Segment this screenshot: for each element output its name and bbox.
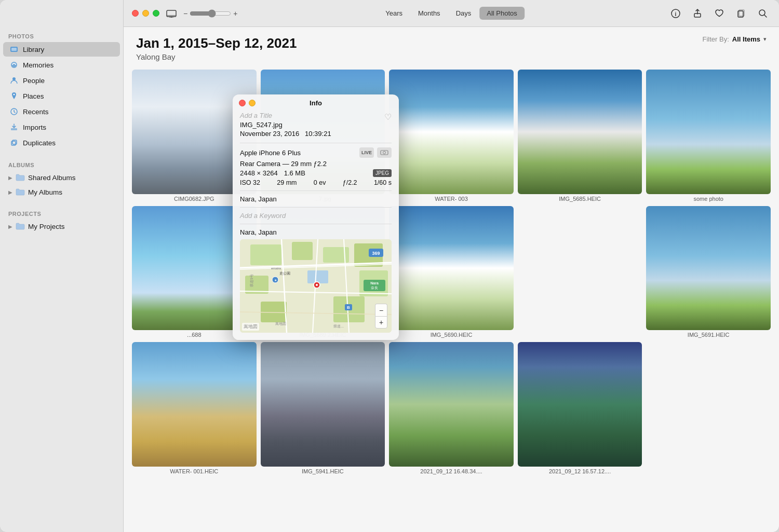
sidebar-item-duplicates[interactable]: Duplicates — [3, 135, 120, 150]
info-dims-row: 2448 × 3264 1.6 MB JPEG — [240, 169, 392, 177]
imports-icon — [9, 122, 19, 132]
tab-all-photos[interactable]: All Photos — [479, 7, 525, 20]
photo-grid: CIMG0682.JPG ...7.jpg WATER- 003 — [124, 66, 779, 532]
photo-image-9 — [646, 206, 771, 331]
sidebar-item-my-albums[interactable]: ▶ My Albums — [3, 185, 120, 199]
filter-value: All Items — [732, 35, 760, 43]
rotate-icon[interactable] — [733, 6, 749, 21]
info-camera-name: Apple iPhone 6 Plus — [240, 149, 301, 157]
close-button[interactable] — [132, 10, 139, 17]
info-aperture: ƒ/2.2 — [343, 179, 357, 186]
info-add-title[interactable]: Add a Title — [240, 112, 392, 119]
shared-albums-chevron: ▶ — [8, 175, 12, 181]
zoom-range-input[interactable] — [190, 9, 231, 18]
maximize-button[interactable] — [153, 10, 159, 17]
photo-thumb-10[interactable] — [132, 342, 257, 467]
sidebar-my-albums-label: My Albums — [28, 188, 62, 196]
photo-cell-3: WATER- 003 — [389, 70, 514, 202]
svg-point-4 — [14, 94, 15, 96]
info-panel-title: Info — [310, 99, 322, 107]
share-icon[interactable] — [690, 6, 705, 21]
map-controls: − + — [375, 304, 387, 329]
info-shutter: 1/60 s — [374, 179, 392, 186]
info-iso: ISO 32 — [240, 179, 260, 186]
photo-thumb-5[interactable] — [646, 70, 771, 194]
filter-bar[interactable]: Filter By: All Items ▾ — [703, 35, 767, 43]
svg-text:i: i — [675, 11, 677, 17]
sidebar-item-imports[interactable]: Imports — [3, 120, 120, 134]
svg-point-47 — [316, 284, 318, 286]
photo-thumb-13[interactable] — [518, 342, 642, 467]
sidebar-item-my-projects[interactable]: ▶ My Projects — [3, 220, 120, 233]
info-icon[interactable]: i — [668, 6, 683, 21]
photo-cell-5: some photo — [646, 70, 771, 202]
photo-thumb-12[interactable] — [389, 342, 514, 467]
my-projects-chevron: ▶ — [8, 224, 12, 229]
info-keyword-field[interactable]: Add a Keyword — [240, 212, 392, 220]
svg-point-2 — [11, 62, 17, 68]
sidebar-item-people[interactable]: People — [3, 73, 120, 88]
sidebar-item-library[interactable]: Library — [3, 42, 120, 57]
minimize-button[interactable] — [142, 10, 149, 17]
photo-image-11 — [261, 342, 385, 467]
svg-text:県道9号: 県道9号 — [250, 274, 253, 287]
zoom-in-icon[interactable]: + — [233, 9, 237, 18]
map-zoom-in-button[interactable]: + — [375, 316, 387, 329]
photo-thumb-3[interactable] — [389, 70, 514, 194]
view-tabs: Years Months Days All Photos — [378, 7, 525, 20]
tab-days[interactable]: Days — [449, 7, 479, 20]
svg-point-18 — [759, 10, 765, 16]
info-divider-1 — [240, 143, 392, 143]
favorite-icon[interactable] — [711, 6, 727, 21]
info-focal-length: 29 mm — [277, 179, 297, 186]
info-heart-icon[interactable]: ♡ — [384, 112, 392, 122]
svg-rect-24 — [292, 242, 313, 260]
sidebar-item-recents-label: Recents — [23, 108, 49, 116]
my-albums-chevron: ▶ — [8, 189, 12, 195]
photo-cell-13: 2021_09_12 16.57.12.... — [518, 342, 642, 474]
zoom-out-icon[interactable]: − — [183, 9, 187, 18]
tab-years[interactable]: Years — [378, 7, 410, 20]
photo-thumb-9[interactable] — [646, 206, 771, 331]
info-datetime: November 23, 2016 10:39:21 — [240, 130, 392, 138]
sidebar-item-recents[interactable]: Recents — [3, 104, 120, 119]
my-albums-folder-icon — [16, 187, 25, 197]
places-icon — [9, 91, 19, 101]
photo-label-5: some photo — [646, 196, 771, 202]
photo-thumb-8[interactable] — [389, 206, 514, 331]
photo-image-3 — [389, 70, 514, 194]
sidebar-item-places[interactable]: Places — [3, 89, 120, 103]
photo-thumb-11[interactable] — [261, 342, 385, 467]
info-panel-minimize[interactable] — [249, 100, 256, 106]
info-lens: Rear Camera — 29 mm ƒ2.2 — [240, 160, 392, 168]
search-icon[interactable] — [755, 6, 771, 21]
info-map: 369 B Nara 奈良 県道9号 — [240, 239, 392, 333]
svg-rect-1 — [11, 48, 17, 51]
slideshow-icon[interactable] — [164, 6, 179, 21]
sidebar-item-places-label: Places — [23, 92, 44, 100]
toolbar: − + Years Months Days All Photos i — [124, 0, 779, 27]
sidebar-item-imports-label: Imports — [23, 124, 46, 131]
date-range: Jan 1, 2015–Sep 12, 2021 — [136, 35, 297, 51]
info-panel-close[interactable] — [239, 100, 246, 106]
svg-rect-31 — [307, 270, 328, 283]
library-icon — [9, 45, 19, 54]
filter-chevron-icon: ▾ — [763, 36, 767, 43]
content-area: Jan 1, 2015–Sep 12, 2021 Yalong Bay Filt… — [124, 27, 779, 532]
tab-months[interactable]: Months — [411, 7, 448, 20]
svg-text:★: ★ — [274, 279, 277, 282]
info-filesize: 1.6 MB — [284, 169, 305, 177]
duplicates-icon — [9, 138, 19, 147]
photo-cell-4: IMG_5685.HEIC — [518, 70, 642, 202]
sidebar-item-memories[interactable]: Memories — [3, 58, 120, 72]
photo-thumb-4[interactable] — [518, 70, 642, 194]
svg-text:県道...: 県道... — [333, 324, 344, 328]
camera-raw-icon — [377, 147, 392, 158]
sidebar-item-shared-albums[interactable]: ▶ Shared Albums — [3, 171, 120, 184]
toolbar-left: − + — [132, 6, 237, 21]
photo-label-9: IMG_5691.HEIC — [646, 332, 771, 338]
map-zoom-out-button[interactable]: − — [375, 304, 387, 316]
svg-rect-6 — [11, 128, 17, 130]
section-photos: Photos — [0, 27, 123, 42]
photo-label-11: IMG_5941.HEIC — [261, 468, 385, 474]
